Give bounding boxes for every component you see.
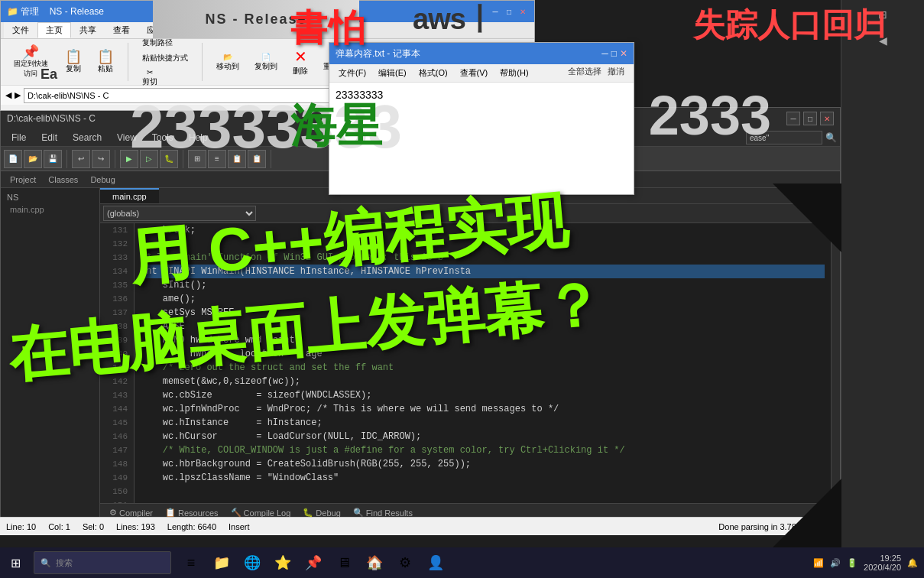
code-line: wc.lpfnWndProc = WndProc; /* This is whe… xyxy=(141,402,825,416)
code-line: wc.hbrBackground = CreateSolidBrush(RGB(… xyxy=(141,457,825,471)
close-btn[interactable]: ✕ xyxy=(517,6,528,17)
ide-debug-btn[interactable]: 🐛 xyxy=(160,150,178,168)
ide-title-controls: ─ □ ✕ xyxy=(786,112,834,125)
start-button[interactable]: ⊞ xyxy=(0,547,31,578)
code-line: /* The 'main' function of Win32 GUI prog… xyxy=(141,251,825,265)
ide-run-btn[interactable]: ▷ xyxy=(140,150,158,168)
restore-btn[interactable]: □ xyxy=(504,6,514,17)
code-line: /* White, COLOR_WINDOW is just a #define… xyxy=(141,443,825,457)
taskbar-icon-tool[interactable]: ⚙ xyxy=(391,549,419,576)
taskbar-right: 📶 🔊 🔋 19:25 2020/4/20 🔔 xyxy=(813,554,924,572)
taskbar-icon-home[interactable]: 🏠 xyxy=(361,549,388,576)
ide-redo-btn[interactable]: ↪ xyxy=(92,150,110,168)
copy-to-btn[interactable]: 📄 复制到 xyxy=(250,51,282,73)
tab-label: Debug xyxy=(316,508,340,518)
ide-close-btn[interactable]: ✕ xyxy=(820,112,834,125)
taskbar-network-icon: 📶 xyxy=(813,558,824,568)
code-line: sInit(); xyxy=(141,278,825,292)
tab-project[interactable]: Project xyxy=(4,175,42,184)
paste-label: 粘贴 xyxy=(98,63,113,74)
notepad-content: 23333333 xyxy=(329,83,634,107)
taskbar-icon-view[interactable]: ≡ xyxy=(177,549,205,576)
minimize-btn[interactable]: ─ xyxy=(490,6,501,17)
side-icon-2[interactable]: ◀ xyxy=(871,29,894,52)
ide-menu-file[interactable]: File xyxy=(4,131,34,144)
paste-shortcut-btn[interactable]: 粘贴快捷方式 xyxy=(138,51,193,65)
ide-menu-view[interactable]: View xyxy=(109,131,144,144)
ide-copy-btn2[interactable]: 📋 xyxy=(228,150,246,168)
ide-menu-tools[interactable]: Tools xyxy=(144,131,181,144)
tb-sep-1 xyxy=(66,150,67,168)
taskbar-icon-pin[interactable]: 📌 xyxy=(300,549,327,576)
tab-label: Find Results xyxy=(366,508,413,518)
triangle-top-right xyxy=(773,183,841,252)
tab-classes[interactable]: Classes xyxy=(42,175,84,184)
notepad-close-btn[interactable]: ✕ xyxy=(620,48,627,59)
taskbar-icon-folder[interactable]: 📁 xyxy=(208,549,235,576)
ide-new-btn[interactable]: 📄 xyxy=(4,150,22,168)
move-to-btn[interactable]: 📂 移动到 xyxy=(212,51,244,73)
notepad-menu-view[interactable]: 查看(V) xyxy=(454,66,494,80)
back-btn[interactable]: ◀ xyxy=(5,90,11,100)
undo-btn[interactable]: 撤消 xyxy=(608,66,624,80)
code-line: ame(); xyxy=(141,292,825,306)
ide-menu-search[interactable]: Search xyxy=(65,131,109,144)
ribbon-tab-home[interactable]: 主页 xyxy=(37,22,71,38)
code-lines[interactable]: break;}/* The 'main' function of Win32 G… xyxy=(135,223,831,503)
line-number: 131 xyxy=(106,223,128,237)
file-tab-maincpp[interactable]: main.cpp xyxy=(100,188,159,203)
ide-open-btn[interactable]: 📂 xyxy=(24,150,42,168)
notepad-menu-edit[interactable]: 编辑(E) xyxy=(372,66,413,80)
taskbar-icon-person[interactable]: 👤 xyxy=(422,549,449,576)
line-number: 134 xyxy=(106,265,128,278)
toolbar-row-2: 粘贴快捷方式 xyxy=(138,51,193,65)
delete-btn[interactable]: ✕ 删除 xyxy=(288,46,313,78)
ide-menu-edit[interactable]: Edit xyxy=(34,131,65,144)
ide-restore-btn[interactable]: □ xyxy=(803,112,817,125)
toolbar-separator-2 xyxy=(202,43,203,81)
ide-grid-btn[interactable]: ⊞ xyxy=(188,150,206,168)
code-line: memset(&wc,0,sizeof(wc)); xyxy=(141,375,825,388)
ide-code-area: main.cpp (globals) 131132133134135136137… xyxy=(100,188,840,521)
ide-list-btn[interactable]: ≡ xyxy=(208,150,226,168)
line-number: 132 xyxy=(106,237,128,251)
ide-save-btn[interactable]: 💾 xyxy=(44,150,62,168)
taskbar-clock[interactable]: 19:25 2020/4/20 xyxy=(864,554,901,572)
sidebar-item[interactable]: NS xyxy=(4,191,96,203)
ribbon-tab-view[interactable]: 查看 xyxy=(105,22,138,38)
notepad-menu-file[interactable]: 文件(F) xyxy=(332,66,372,80)
ide-search-icon[interactable]: 🔍 xyxy=(825,132,837,143)
taskbar-battery-icon: 🔋 xyxy=(847,558,858,568)
paste-btn[interactable]: 📋 粘贴 xyxy=(92,48,118,76)
copy-btn[interactable]: 📋 复制 xyxy=(60,48,86,76)
ribbon-tab-share[interactable]: 共享 xyxy=(71,22,105,38)
ide-min-btn[interactable]: ─ xyxy=(786,112,800,125)
select-all-btn[interactable]: 全部选择 xyxy=(568,66,601,80)
delete-label: 删除 xyxy=(293,66,308,76)
notepad-min-btn[interactable]: ─ xyxy=(601,48,608,59)
ide-menu-help[interactable]: Help xyxy=(181,131,216,144)
taskbar-search[interactable]: 🔍 搜索 xyxy=(34,551,171,574)
notepad-menu-help[interactable]: 帮助(H) xyxy=(494,66,534,80)
code-line: nWnd location age xyxy=(141,347,825,361)
taskbar-notification-icon[interactable]: 🔔 xyxy=(907,558,918,568)
scrollbar[interactable] xyxy=(831,223,840,503)
taskbar-icon-monitor[interactable]: 🖥 xyxy=(330,549,358,576)
ide-build-btn[interactable]: ▶ xyxy=(120,150,138,168)
notepad-menu-format[interactable]: 格式(O) xyxy=(413,66,454,80)
line-number: 140 xyxy=(106,347,128,361)
taskbar-icon-star[interactable]: ⭐ xyxy=(269,549,297,576)
cut-btn[interactable]: ✂ 剪切 xyxy=(138,67,162,89)
tb-sep-2 xyxy=(115,150,115,168)
forward-btn[interactable]: ▶ xyxy=(15,90,21,100)
tab-debug[interactable]: Debug xyxy=(84,175,121,184)
taskbar-icon-chrome[interactable]: 🌐 xyxy=(238,549,266,576)
ide-undo-btn[interactable]: ↩ xyxy=(72,150,90,168)
globals-dropdown[interactable]: (globals) xyxy=(103,206,256,221)
ribbon-tab-file[interactable]: 文件 xyxy=(4,22,37,38)
ide-search-input[interactable] xyxy=(746,131,822,144)
ide-paste-btn2[interactable]: 📋 xyxy=(248,150,266,168)
notepad-max-btn[interactable]: □ xyxy=(611,48,617,59)
sidebar-subitem[interactable]: main.cpp xyxy=(4,203,96,216)
side-icon-1[interactable]: ⊞ xyxy=(871,3,894,26)
